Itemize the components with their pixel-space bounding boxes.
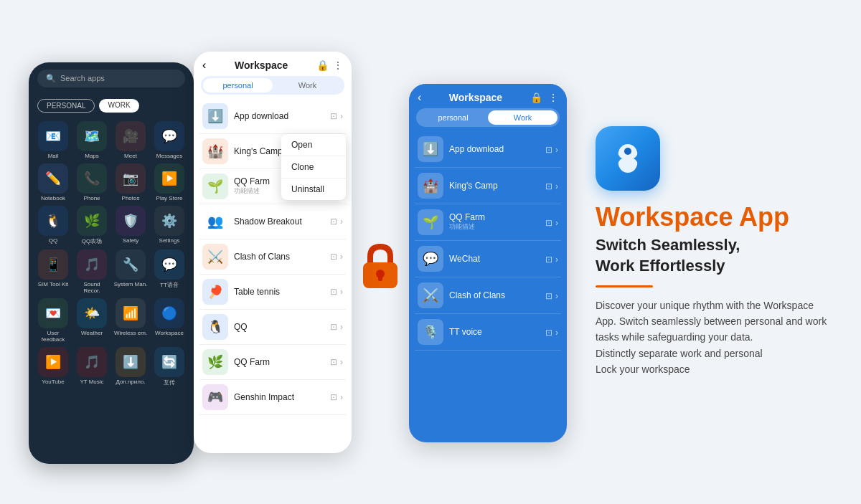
app-emoji: 🗺️ — [84, 128, 100, 144]
tab-work-dark[interactable]: WORK — [99, 99, 138, 113]
copy-icon[interactable]: ⊡ — [330, 111, 337, 121]
copy-icon-blue[interactable]: ⊡ — [545, 328, 552, 338]
copy-icon[interactable]: ⊡ — [330, 357, 337, 367]
copy-icon[interactable]: ⊡ — [330, 252, 337, 262]
app-label: QQ — [49, 237, 57, 244]
table-row[interactable]: ⬇️ App download ⊡ › — [415, 131, 561, 168]
copy-icon-blue[interactable]: ⊡ — [545, 181, 552, 191]
tab-personal-white[interactable]: personal — [203, 78, 273, 92]
icon-cell[interactable]: 📞 Phone — [75, 163, 109, 201]
table-row[interactable]: 🏰 King's Camp ⊡› OpenCloneUninstall — [199, 134, 346, 169]
app-row-blue-actions: ⊡ › — [545, 325, 558, 338]
app-icon-box: 📞 — [77, 163, 107, 194]
copy-icon[interactable]: ⊡ — [330, 322, 337, 332]
copy-icon-blue[interactable]: ⊡ — [545, 218, 552, 228]
app-row-actions: ⊡› — [330, 357, 343, 367]
app-emoji: ⬇️ — [207, 108, 223, 124]
phone-white-header-icons: 🔒 ⋮ — [316, 60, 343, 71]
table-row[interactable]: 🏰 King's Camp ⊡ › — [415, 168, 561, 204]
table-row[interactable]: ⚔️ Clash of Clans ⊡› — [199, 239, 346, 275]
icon-cell[interactable]: 🔧 System Man. — [113, 249, 148, 294]
back-icon-blue[interactable]: ‹ — [418, 91, 421, 104]
copy-icon[interactable]: ⊡ — [330, 287, 337, 297]
app-emoji: 🌿 — [84, 213, 100, 229]
context-menu-item[interactable]: Clone — [281, 156, 346, 179]
copy-icon-blue[interactable]: ⊡ — [545, 145, 552, 155]
icon-cell[interactable]: ✏️ Notebook — [36, 163, 70, 201]
icon-cell[interactable]: 🎵 YT Music — [75, 347, 109, 386]
icon-cell[interactable]: 📶 Wireless em. — [113, 298, 148, 343]
icon-cell[interactable]: 🛡️ Safety — [113, 206, 148, 245]
table-row[interactable]: 🌿 QQ Farm ⊡› — [199, 345, 346, 380]
icon-cell[interactable]: 📧 Mail — [36, 121, 70, 159]
arrow-icon: › — [340, 287, 343, 297]
icon-cell[interactable]: ▶️ Play Store — [152, 163, 187, 201]
search-bar[interactable]: 🔍 Search apps — [37, 70, 185, 87]
icon-cell[interactable]: ⬇️ Доп.прило. — [113, 347, 148, 386]
app-icon-box: 📱 — [38, 249, 68, 280]
app-row-name: QQ — [234, 322, 330, 332]
table-row[interactable]: ⚔️ Clash of Clans ⊡ › — [415, 277, 561, 314]
app-icon-box: ▶️ — [38, 347, 68, 377]
table-row[interactable]: 🐧 QQ ⊡› — [199, 310, 346, 345]
table-row[interactable]: 🎮 Genshin Impact ⊡› — [199, 380, 346, 415]
app-emoji: 🌱 — [423, 214, 438, 230]
icon-cell[interactable]: ▶️ YouTube — [36, 347, 70, 386]
app-emoji: 🎮 — [207, 389, 223, 405]
app-label: System Man. — [114, 281, 148, 287]
table-row[interactable]: 🏓 Table tennis ⊡› — [199, 275, 346, 310]
copy-icon[interactable]: ⊡ — [330, 392, 337, 402]
icon-cell[interactable]: 📱 SIM Tool Kit — [36, 249, 70, 294]
lock-icon[interactable]: 🔒 — [316, 60, 329, 71]
info-panel: Workspace App Switch Seamlessly,Work Eff… — [567, 126, 832, 377]
icon-cell[interactable]: 🐧 QQ — [36, 206, 70, 245]
table-row[interactable]: ⬇️ App download ⊡› — [199, 99, 346, 134]
table-row[interactable]: 🌱 QQ Farm 功能描述 ⊡ › — [415, 204, 561, 241]
tab-work-blue[interactable]: Work — [488, 110, 557, 125]
app-emoji: ⚔️ — [423, 287, 438, 303]
icon-cell[interactable]: 💌 User feedback — [36, 298, 70, 343]
arrow-icon: › — [340, 252, 343, 262]
context-menu-item[interactable]: Open — [281, 134, 346, 156]
copy-icon[interactable]: ⊡ — [330, 217, 337, 227]
lock-icon-blue[interactable]: 🔒 — [530, 92, 542, 103]
app-row-name: Genshin Impact — [234, 392, 330, 402]
tab-personal-blue[interactable]: personal — [418, 110, 488, 125]
brand-title: Workspace App — [596, 202, 832, 232]
icon-cell[interactable]: 🌿 QQ农场 — [75, 206, 109, 245]
back-icon[interactable]: ‹ — [202, 59, 206, 72]
icon-cell[interactable]: 📷 Photos — [113, 163, 148, 201]
tab-work-white[interactable]: Work — [273, 78, 342, 92]
icon-cell[interactable]: 🎥 Meet — [113, 121, 148, 159]
icon-cell[interactable]: 🌤️ Weather — [75, 298, 109, 343]
icon-cell[interactable]: 🔵 Workspace — [152, 298, 187, 343]
icon-cell[interactable]: 🔄 互传 — [152, 347, 187, 386]
table-row[interactable]: 💬 WeChat ⊡ › — [415, 241, 561, 277]
app-icon-box: ⚙️ — [154, 206, 184, 236]
copy-icon-blue[interactable]: ⊡ — [545, 255, 552, 265]
app-label: Workspace — [155, 330, 184, 336]
app-emoji: ⬇️ — [123, 354, 138, 370]
search-placeholder: Search apps — [60, 74, 105, 82]
app-label: Meet — [124, 153, 137, 159]
app-icon-box: 🔵 — [154, 298, 184, 328]
app-row-icon: 🌿 — [202, 349, 228, 375]
tab-personal-dark[interactable]: PERSONAL — [37, 99, 95, 113]
app-label: Wireless em. — [114, 330, 147, 336]
app-icon-box: 🛡️ — [116, 206, 146, 236]
icon-cell[interactable]: 💬 TT语音 — [152, 249, 187, 294]
context-menu-item[interactable]: Uninstall — [281, 179, 346, 200]
more-icon-blue[interactable]: ⋮ — [548, 92, 558, 103]
copy-icon-blue[interactable]: ⊡ — [545, 291, 552, 301]
app-icon-box: 🌿 — [77, 206, 107, 236]
icon-cell[interactable]: ⚙️ Settings — [152, 206, 187, 245]
icon-cell[interactable]: 🗺️ Maps — [75, 121, 109, 159]
icon-cell[interactable]: 💬 Messages — [152, 121, 187, 159]
icon-cell[interactable]: 🎵 Sound Recor. — [75, 249, 109, 294]
app-label: Settings — [159, 237, 180, 244]
app-icon-box: ▶️ — [154, 163, 184, 194]
more-icon[interactable]: ⋮ — [333, 60, 343, 71]
table-row[interactable]: 🎙️ TT voice ⊡ › — [415, 314, 561, 351]
app-row-actions: ⊡› — [330, 111, 343, 121]
table-row[interactable]: 👥 Shadow Breakout ⊡› — [199, 204, 346, 239]
